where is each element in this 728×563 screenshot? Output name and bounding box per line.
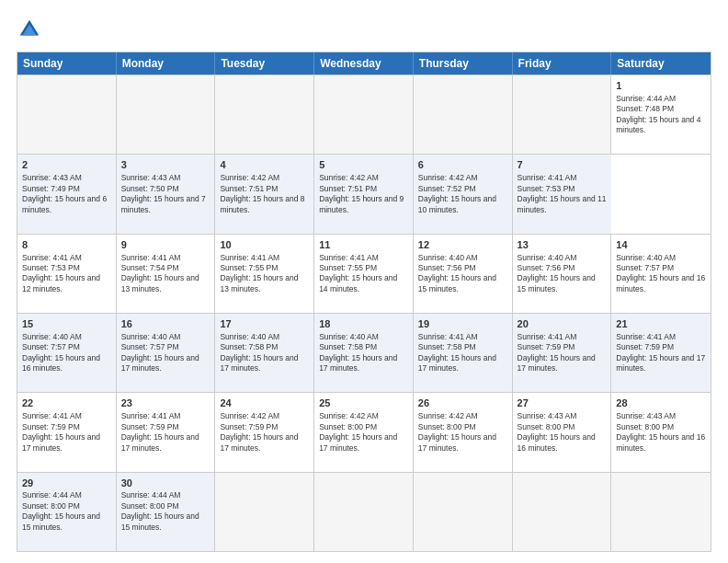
- cal-cell-day-12: 12Sunrise: 4:40 AMSunset: 7:56 PMDayligh…: [414, 235, 513, 313]
- day-number: 26: [418, 396, 507, 410]
- cal-cell-day-3: 3Sunrise: 4:43 AMSunset: 7:50 PMDaylight…: [117, 155, 216, 233]
- cal-cell-empty: [513, 75, 612, 154]
- cal-cell-day-20: 20Sunrise: 4:41 AMSunset: 7:59 PMDayligh…: [513, 314, 612, 392]
- day-number: 27: [518, 396, 607, 410]
- day-number: 9: [121, 238, 210, 252]
- cal-cell-day-24: 24Sunrise: 4:42 AMSunset: 7:59 PMDayligh…: [215, 393, 314, 471]
- logo: [17, 17, 46, 42]
- day-number: 14: [616, 238, 706, 252]
- page: SundayMondayTuesdayWednesdayThursdayFrid…: [0, 0, 728, 563]
- cal-cell-day-1: 1Sunrise: 4:44 AMSunset: 7:48 PMDaylight…: [611, 75, 711, 154]
- cal-cell-day-29: 29Sunrise: 4:44 AMSunset: 8:00 PMDayligh…: [17, 473, 117, 551]
- day-number: 22: [22, 396, 111, 410]
- day-number: 20: [518, 317, 607, 331]
- day-number: 7: [518, 158, 608, 172]
- calendar-week-2: 2Sunrise: 4:43 AMSunset: 7:49 PMDaylight…: [17, 154, 711, 233]
- cal-cell-empty: [215, 75, 314, 154]
- day-number: 24: [220, 396, 309, 410]
- cal-cell-day-25: 25Sunrise: 4:42 AMSunset: 8:00 PMDayligh…: [314, 393, 414, 471]
- day-number: 5: [319, 158, 408, 172]
- day-number: 19: [418, 317, 507, 331]
- header: [17, 17, 711, 42]
- cal-header-tuesday: Tuesday: [215, 52, 314, 75]
- cal-cell-empty: [414, 75, 513, 154]
- cal-cell-day-16: 16Sunrise: 4:40 AMSunset: 7:57 PMDayligh…: [117, 314, 216, 392]
- day-number: 3: [121, 158, 210, 172]
- cal-cell-empty: [314, 473, 414, 551]
- cal-header-saturday: Saturday: [611, 52, 711, 75]
- cal-cell-empty: [17, 75, 117, 154]
- day-number: 12: [418, 238, 507, 252]
- cal-cell-day-19: 19Sunrise: 4:41 AMSunset: 7:58 PMDayligh…: [414, 314, 513, 392]
- cal-cell-day-6: 6Sunrise: 4:42 AMSunset: 7:52 PMDaylight…: [414, 155, 513, 233]
- cal-cell-day-18: 18Sunrise: 4:40 AMSunset: 7:58 PMDayligh…: [314, 314, 414, 392]
- day-number: 1: [616, 79, 706, 93]
- cal-cell-empty: [611, 473, 711, 551]
- day-number: 25: [319, 396, 408, 410]
- cal-cell-day-13: 13Sunrise: 4:40 AMSunset: 7:56 PMDayligh…: [513, 235, 612, 313]
- calendar-body: 1Sunrise: 4:44 AMSunset: 7:48 PMDaylight…: [17, 75, 711, 551]
- day-number: 28: [616, 396, 706, 410]
- cal-cell-day-15: 15Sunrise: 4:40 AMSunset: 7:57 PMDayligh…: [17, 314, 117, 392]
- cal-cell-empty: [215, 473, 314, 551]
- day-number: 16: [121, 317, 210, 331]
- cal-cell-day-4: 4Sunrise: 4:42 AMSunset: 7:51 PMDaylight…: [215, 155, 314, 233]
- cal-cell-empty: [314, 75, 414, 154]
- day-number: 18: [319, 317, 408, 331]
- cal-cell-day-23: 23Sunrise: 4:41 AMSunset: 7:59 PMDayligh…: [117, 393, 216, 471]
- calendar: SundayMondayTuesdayWednesdayThursdayFrid…: [17, 52, 711, 552]
- logo-icon: [17, 17, 42, 42]
- calendar-week-3: 8Sunrise: 4:41 AMSunset: 7:53 PMDaylight…: [17, 234, 711, 313]
- cal-cell-day-9: 9Sunrise: 4:41 AMSunset: 7:54 PMDaylight…: [117, 235, 216, 313]
- cal-cell-day-17: 17Sunrise: 4:40 AMSunset: 7:58 PMDayligh…: [215, 314, 314, 392]
- cal-cell-day-14: 14Sunrise: 4:40 AMSunset: 7:57 PMDayligh…: [611, 235, 711, 313]
- day-number: 23: [121, 396, 210, 410]
- cal-cell-day-8: 8Sunrise: 4:41 AMSunset: 7:53 PMDaylight…: [17, 235, 117, 313]
- calendar-week-1: 1Sunrise: 4:44 AMSunset: 7:48 PMDaylight…: [17, 75, 711, 154]
- cal-cell-day-27: 27Sunrise: 4:43 AMSunset: 8:00 PMDayligh…: [513, 393, 612, 471]
- cal-cell-day-2: 2Sunrise: 4:43 AMSunset: 7:49 PMDaylight…: [17, 155, 117, 233]
- cal-header-sunday: Sunday: [17, 52, 117, 75]
- day-number: 21: [616, 317, 706, 331]
- cal-cell-empty: [414, 473, 513, 551]
- day-number: 11: [319, 238, 408, 252]
- cal-header-friday: Friday: [513, 52, 612, 75]
- cal-cell-day-10: 10Sunrise: 4:41 AMSunset: 7:55 PMDayligh…: [215, 235, 314, 313]
- cal-header-wednesday: Wednesday: [314, 52, 414, 75]
- day-number: 8: [22, 238, 111, 252]
- cal-cell-day-30: 30Sunrise: 4:44 AMSunset: 8:00 PMDayligh…: [117, 473, 216, 551]
- cal-header-thursday: Thursday: [414, 52, 513, 75]
- cal-cell-day-26: 26Sunrise: 4:42 AMSunset: 8:00 PMDayligh…: [414, 393, 513, 471]
- calendar-week-4: 15Sunrise: 4:40 AMSunset: 7:57 PMDayligh…: [17, 313, 711, 392]
- cal-header-monday: Monday: [117, 52, 216, 75]
- day-number: 15: [22, 317, 111, 331]
- day-number: 10: [220, 238, 309, 252]
- day-number: 17: [220, 317, 309, 331]
- cal-cell-day-28: 28Sunrise: 4:43 AMSunset: 8:00 PMDayligh…: [611, 393, 711, 471]
- calendar-week-6: 29Sunrise: 4:44 AMSunset: 8:00 PMDayligh…: [17, 472, 711, 551]
- cal-cell-day-11: 11Sunrise: 4:41 AMSunset: 7:55 PMDayligh…: [314, 235, 414, 313]
- day-number: 29: [22, 477, 111, 490]
- cal-cell-empty: [513, 473, 612, 551]
- day-number: 4: [220, 158, 309, 172]
- cal-cell-day-7: 7Sunrise: 4:41 AMSunset: 7:53 PMDaylight…: [513, 155, 612, 233]
- day-number: 6: [418, 158, 507, 172]
- calendar-week-5: 22Sunrise: 4:41 AMSunset: 7:59 PMDayligh…: [17, 392, 711, 471]
- day-number: 30: [121, 477, 210, 490]
- day-number: 2: [22, 158, 111, 172]
- calendar-header: SundayMondayTuesdayWednesdayThursdayFrid…: [17, 52, 711, 75]
- cal-cell-day-5: 5Sunrise: 4:42 AMSunset: 7:51 PMDaylight…: [314, 155, 414, 233]
- cal-cell-day-22: 22Sunrise: 4:41 AMSunset: 7:59 PMDayligh…: [17, 393, 117, 471]
- day-number: 13: [518, 238, 607, 252]
- cal-cell-day-21: 21Sunrise: 4:41 AMSunset: 7:59 PMDayligh…: [611, 314, 711, 392]
- cal-cell-empty: [117, 75, 216, 154]
